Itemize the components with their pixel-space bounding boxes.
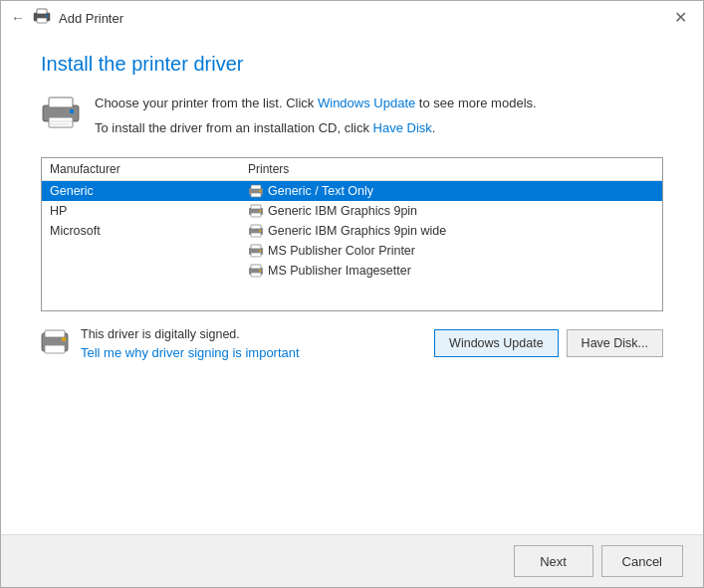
lists-section: Manufacturer Generic HP Microsoft Printe…	[41, 157, 663, 311]
list-item[interactable]: Generic	[42, 181, 240, 201]
svg-rect-12	[251, 193, 261, 197]
printers-header: Printers	[240, 158, 662, 181]
svg-rect-3	[46, 15, 48, 17]
list-item[interactable]: Generic IBM Graphics 9pin wide	[240, 221, 662, 241]
svg-rect-29	[259, 270, 261, 272]
svg-rect-28	[251, 273, 261, 277]
action-buttons: Windows Update Have Disk...	[434, 327, 663, 357]
signed-text-col: This driver is digitally signed. Tell me…	[81, 327, 300, 360]
list-item[interactable]: MS Publisher Imagesetter	[240, 261, 662, 281]
description-line2: To install the driver from an installati…	[95, 118, 537, 139]
title-bar-left: ← Add Printer	[11, 8, 123, 28]
windows-update-link-desc[interactable]: Windows Update	[318, 96, 415, 110]
description-line1: Choose your printer from the list. Click…	[95, 94, 537, 114]
manufacturer-list: Manufacturer Generic HP Microsoft	[41, 157, 240, 311]
svg-rect-25	[259, 250, 261, 252]
list-item[interactable]: Microsoft	[42, 221, 240, 241]
list-item[interactable]: MS Publisher Color Printer	[240, 241, 662, 261]
title-bar-title: Add Printer	[59, 11, 123, 26]
svg-rect-20	[251, 233, 261, 237]
svg-rect-24	[251, 253, 261, 257]
svg-rect-5	[49, 98, 73, 107]
list-item[interactable]: HP	[42, 201, 240, 221]
driver-section: This driver is digitally signed. Tell me…	[41, 327, 663, 360]
printer-icon-large	[41, 96, 81, 129]
printer-icon-small	[33, 8, 51, 28]
signed-icon	[41, 329, 71, 355]
driver-signed: This driver is digitally signed. Tell me…	[41, 327, 300, 360]
driver-signed-text: This driver is digitally signed.	[81, 327, 300, 341]
printer-item-icon	[248, 184, 264, 198]
description-section: Choose your printer from the list. Click…	[41, 94, 663, 139]
bottom-bar: Next Cancel	[1, 534, 703, 587]
svg-rect-7	[70, 109, 74, 113]
driver-signing-link[interactable]: Tell me why driver signing is important	[81, 345, 300, 360]
svg-rect-33	[62, 337, 66, 341]
back-button[interactable]: ←	[11, 10, 25, 26]
printer-item-icon	[248, 224, 264, 238]
have-disk-button[interactable]: Have Disk...	[567, 329, 663, 357]
svg-rect-32	[45, 345, 65, 353]
printer-item-icon	[248, 204, 264, 218]
printers-list-body: Generic / Text Only Generic IBM Graphics…	[240, 181, 662, 310]
manufacturer-list-body: Generic HP Microsoft	[42, 181, 240, 310]
next-button[interactable]: Next	[514, 545, 593, 577]
printer-item-icon	[248, 244, 264, 258]
svg-rect-16	[251, 213, 261, 217]
printer-item-icon	[248, 264, 264, 278]
cancel-button[interactable]: Cancel	[601, 545, 683, 577]
svg-rect-13	[259, 190, 261, 192]
svg-rect-6	[49, 117, 73, 127]
svg-rect-19	[251, 225, 261, 229]
svg-rect-11	[251, 185, 261, 189]
title-bar: ← Add Printer ✕	[1, 1, 703, 33]
svg-rect-31	[45, 330, 65, 337]
svg-rect-17	[259, 210, 261, 212]
list-item[interactable]: Generic / Text Only	[240, 181, 662, 201]
svg-rect-2	[37, 18, 47, 23]
main-content: Install the printer driver Choose your p…	[1, 33, 703, 534]
svg-rect-1	[37, 9, 47, 14]
close-button[interactable]: ✕	[668, 8, 693, 28]
svg-rect-15	[251, 205, 261, 209]
have-disk-link-desc[interactable]: Have Disk	[373, 120, 432, 135]
windows-update-button[interactable]: Windows Update	[434, 329, 559, 357]
description-text: Choose your printer from the list. Click…	[95, 94, 537, 139]
list-item[interactable]: Generic IBM Graphics 9pin	[240, 201, 662, 221]
page-title: Install the printer driver	[41, 53, 663, 76]
printers-list: Printers Generic / Text Only	[240, 157, 663, 311]
svg-rect-23	[251, 245, 261, 249]
svg-rect-21	[259, 230, 261, 232]
svg-rect-27	[251, 265, 261, 269]
manufacturer-header: Manufacturer	[42, 158, 240, 181]
